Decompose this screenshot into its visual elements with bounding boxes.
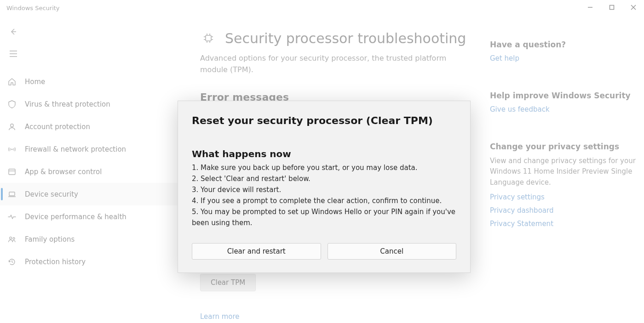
dialog-section-heading: What happens now — [192, 148, 456, 159]
clear-tpm-dialog: Reset your security processor (Clear TPM… — [178, 101, 471, 273]
dialog-body: 1. Make sure you back up before you star… — [192, 162, 456, 228]
dialog-title: Reset your security processor (Clear TPM… — [192, 115, 456, 126]
clear-and-restart-button[interactable]: Clear and restart — [192, 243, 321, 260]
cancel-button[interactable]: Cancel — [328, 243, 457, 260]
